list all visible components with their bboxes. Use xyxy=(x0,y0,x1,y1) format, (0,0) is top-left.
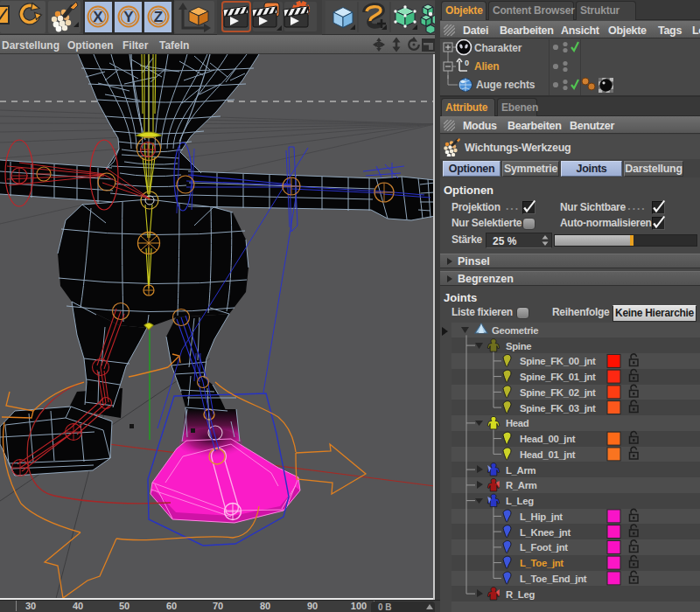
svg-text:Z: Z xyxy=(154,9,163,25)
svg-text:Geometrie: Geometrie xyxy=(492,325,538,336)
svg-text:Head: Head xyxy=(506,418,529,428)
svg-text:Spine_FK_03_jnt: Spine_FK_03_jnt xyxy=(520,403,596,414)
svg-text:Spine_FK_02_jnt: Spine_FK_02_jnt xyxy=(520,387,596,398)
svg-text:L_Foot_jnt: L_Foot_jnt xyxy=(520,542,568,553)
svg-text:L_Arm: L_Arm xyxy=(506,465,536,476)
svg-text:Head_01_jnt: Head_01_jnt xyxy=(520,449,576,460)
svg-text:Head_00_jnt: Head_00_jnt xyxy=(520,434,576,444)
svg-text:0: 0 xyxy=(465,59,469,67)
svg-text:L_Toe_jnt: L_Toe_jnt xyxy=(520,558,564,568)
svg-text:X: X xyxy=(93,9,103,25)
svg-text:L_Hip_jnt: L_Hip_jnt xyxy=(520,511,563,522)
svg-text:L_Knee_jnt: L_Knee_jnt xyxy=(520,527,570,538)
svg-text:Spine_FK_00_jnt: Spine_FK_00_jnt xyxy=(520,356,596,366)
svg-text:L_Toe_End_jnt: L_Toe_End_jnt xyxy=(520,574,587,584)
svg-text:Spine: Spine xyxy=(506,341,531,351)
svg-text:Y: Y xyxy=(123,9,134,25)
svg-text:R_Arm: R_Arm xyxy=(506,480,537,490)
svg-text:R_Leg: R_Leg xyxy=(506,589,535,600)
svg-text:Spine_FK_01_jnt: Spine_FK_01_jnt xyxy=(520,372,596,382)
svg-text:L_Leg: L_Leg xyxy=(506,496,534,506)
